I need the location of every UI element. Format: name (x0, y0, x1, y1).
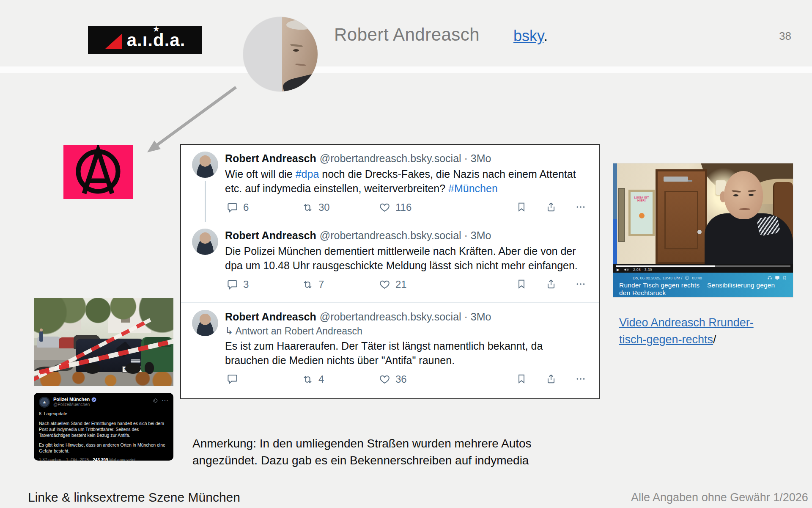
police-top-icons: ··· (153, 397, 168, 404)
hashtag-dpa: #dpa (296, 168, 319, 180)
bsky-post-2: Robert Andreasch@robertandreasch.bsky.so… (181, 222, 599, 299)
anarchy-symbol (63, 145, 133, 199)
post-text-part: Wie oft will die (225, 168, 296, 180)
headphones-icon[interactable] (767, 275, 772, 280)
annotation-line: Anmerkung: In den umliegenden Straßen wu… (192, 435, 532, 452)
screen-icon[interactable] (775, 275, 780, 280)
video-link-wrap: Video Andreasch Rrunder- tisch-gegen-rec… (619, 314, 754, 348)
post-actions-right (516, 279, 586, 290)
video-link[interactable]: tisch-gegen-rechts (619, 333, 713, 346)
like-icon (379, 374, 390, 385)
logo-triangle-icon (105, 34, 122, 49)
man-eye (733, 194, 738, 196)
play-circle-icon (685, 276, 689, 280)
bsky-thread-screenshot: Robert Andreasch@robertandreasch.bsky.so… (180, 144, 600, 399)
video-link[interactable]: Video Andreasch Rrunder- (619, 316, 754, 329)
reply-context: ↳ Antwort an Robert Andreasch (225, 325, 588, 337)
play-icon[interactable]: ▶ (617, 267, 620, 272)
like-count: 36 (395, 373, 407, 385)
logo-text: a.ı.d.a.★ (127, 31, 186, 49)
police-timestamp: 1:37 nachm. · 1. Okt. 2025 · (39, 458, 93, 461)
like-stat: 36 (379, 373, 407, 385)
reply-stat (227, 373, 243, 385)
repost-count: 4 (318, 373, 324, 385)
post-meta: @robertandreasch.bsky.social · 3Mo (320, 229, 491, 241)
post-author: Robert Andreasch (225, 229, 316, 241)
police-post-header: ★ Polizei München @PolizeiMuenchen ··· (39, 397, 168, 408)
post-text: Die Polizei München dementiert mittlerwe… (225, 244, 588, 273)
post-avatar-column (192, 310, 218, 394)
refresh-icon (153, 398, 158, 403)
like-count: 21 (395, 279, 407, 290)
police-line: 8. Lageupdate (39, 411, 168, 417)
bookmark-icon (516, 279, 527, 290)
repost-count: 30 (318, 202, 330, 213)
post-content: Robert Andreasch@robertandreasch.bsky.so… (225, 152, 588, 222)
door-closer (664, 177, 688, 182)
police-paragraph: Nach aktuellem Stand der Ermittlungen ha… (39, 420, 168, 438)
repost-stat: 4 (302, 373, 324, 385)
circle-a-icon (63, 145, 133, 199)
bsky-link-wrap: bsky. (513, 27, 548, 45)
still-left-strip (613, 163, 617, 264)
avatar-hair (286, 20, 316, 30)
still-frame (618, 188, 625, 242)
door-panel (664, 191, 698, 249)
video-caption: Do, 06.02.2025, 18:43 Uhr / 03:40 Runder… (613, 273, 793, 297)
annotation-line: angezündet. Dazu gab es ein Bekennerschr… (192, 452, 532, 469)
bsky-link[interactable]: bsky (513, 27, 543, 44)
reply-stat: 6 (227, 202, 249, 213)
man-hoodie (705, 213, 793, 264)
post-header: Robert Andreasch@robertandreasch.bsky.so… (225, 229, 588, 242)
reply-count: 6 (243, 202, 249, 213)
post-actions: 6 30 116 (225, 202, 588, 219)
thread-line (205, 181, 206, 222)
video-still: LUISA IST HIER! (613, 163, 793, 264)
post-actions-right (516, 373, 586, 384)
video-controls-bar: ▶ 2:08 · 3:39 (613, 264, 793, 273)
logo-text-part: ı (143, 30, 148, 50)
police-handle: @PolizeiMuenchen (53, 402, 153, 407)
video-progress-fill (616, 265, 715, 267)
reply-context-text: Antwort an Robert Andreasch (235, 326, 362, 337)
reply-icon (227, 202, 238, 213)
post-content: Robert Andreasch@robertandreasch.bsky.so… (225, 310, 588, 394)
still-door (656, 169, 707, 264)
logo-star-icon: ★ (153, 25, 160, 33)
police-names: Polizei München @PolizeiMuenchen (53, 397, 153, 407)
police-view-count: 243.399 (93, 458, 108, 461)
post-content: Robert Andreasch@robertandreasch.bsky.so… (225, 229, 588, 299)
post-actions: 4 36 (225, 373, 588, 391)
bookmark-icon (516, 202, 527, 213)
post-avatar-column (192, 229, 218, 299)
slide: a.ı.d.a.★ Robert Andreasch bsky. 38 (0, 0, 812, 508)
hashtag-muenchen: #München (448, 182, 498, 194)
police-paragraph: Es gibt keine Hinweise, dass an anderen … (39, 442, 168, 454)
repost-icon (302, 374, 313, 385)
bsky-post-1: Robert Andreasch@robertandreasch.bsky.so… (181, 145, 599, 222)
video-progress-bar[interactable] (616, 265, 790, 267)
repost-stat: 7 (302, 279, 324, 290)
post-header: Robert Andreasch@robertandreasch.bsky.so… (225, 152, 588, 165)
header-divider (0, 66, 812, 73)
post-header: Robert Andreasch@robertandreasch.bsky.so… (225, 310, 588, 323)
volume-icon[interactable] (624, 267, 629, 272)
video-time: 2:08 · 3:39 (633, 268, 652, 272)
post-avatar (192, 310, 218, 336)
video-controls: ▶ 2:08 · 3:39 (617, 267, 652, 272)
post-text: Wie oft will die #dpa noch die Drecks-Fa… (225, 167, 588, 196)
video-title: Runder Tisch gegen rechts – Sensibilisie… (619, 282, 787, 297)
door-handle (697, 230, 702, 234)
aida-logo: a.ı.d.a.★ (88, 26, 202, 54)
post-author: Robert Andreasch (225, 311, 316, 323)
video-link-line: tisch-gegen-rechts/ (619, 331, 754, 348)
bookmark-icon[interactable] (782, 276, 787, 280)
post-actions-right (516, 202, 586, 213)
post-text: Es ist zum Haareraufen. Der Täter ist lä… (225, 339, 588, 367)
photo-grille (131, 359, 140, 362)
video-player[interactable]: LUISA IST HIER! ▶ (613, 163, 793, 297)
poster-text: LUISA IST HIER! (631, 196, 653, 202)
video-date: Do, 06.02.2025, 18:43 Uhr / (633, 276, 682, 280)
post-avatar-column (192, 152, 218, 222)
reply-stat: 3 (227, 279, 249, 290)
